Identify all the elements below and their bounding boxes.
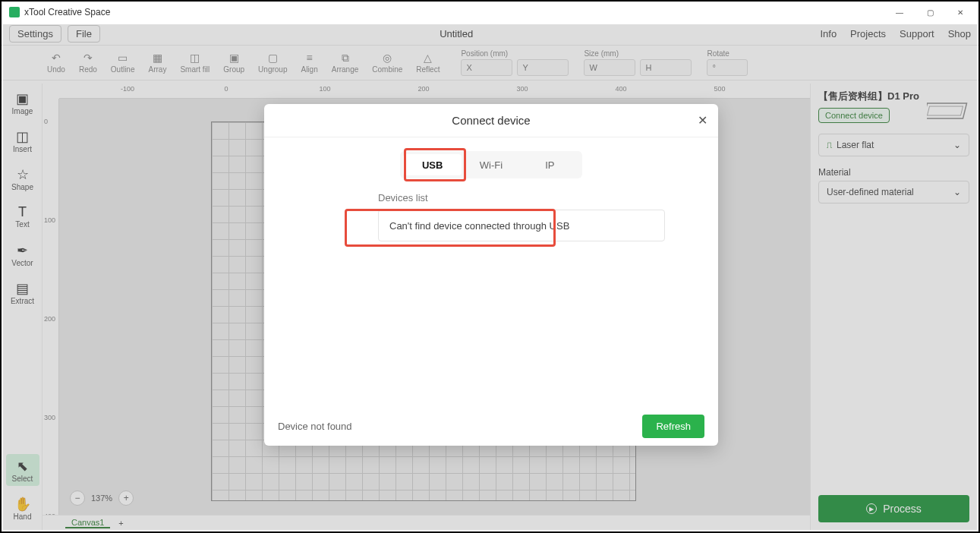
app-logo-icon: [9, 7, 20, 17]
title-bar: xTool Creative Space — ▢ ✕: [2, 2, 978, 23]
modal-header: Connect device ✕: [264, 104, 718, 137]
connect-device-modal: Connect device ✕ USB Wi-Fi IP Devices li…: [264, 104, 718, 446]
tab-ip[interactable]: IP: [521, 154, 579, 175]
connection-type-tabs: USB Wi-Fi IP: [400, 151, 582, 178]
devices-list-label: Devices list: [378, 192, 688, 203]
tab-wifi[interactable]: Wi-Fi: [462, 154, 520, 175]
modal-close-button[interactable]: ✕: [698, 113, 707, 128]
modal-footer: Device not found Refresh: [264, 406, 718, 446]
device-status-label: Device not found: [278, 421, 352, 432]
minimize-button[interactable]: —: [884, 3, 915, 21]
close-window-button[interactable]: ✕: [945, 3, 975, 21]
modal-title: Connect device: [452, 114, 530, 127]
devices-list: Can't find device connected through USB: [378, 210, 665, 241]
no-device-message: Can't find device connected through USB: [389, 220, 569, 232]
app-title: xTool Creative Space: [24, 7, 110, 17]
tab-usb[interactable]: USB: [403, 154, 462, 175]
refresh-button[interactable]: Refresh: [642, 415, 704, 438]
maximize-button[interactable]: ▢: [915, 3, 945, 21]
